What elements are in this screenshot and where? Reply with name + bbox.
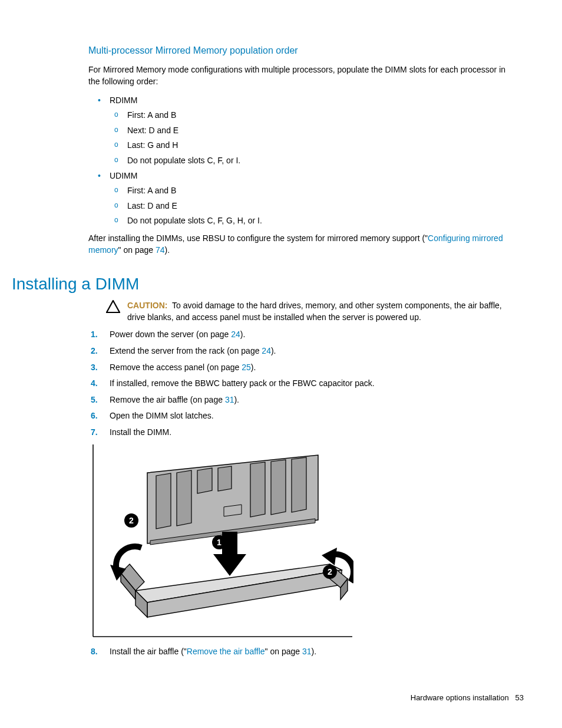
- text: Remove the access panel (on page: [110, 363, 242, 372]
- section-title: Installing a DIMM: [12, 272, 518, 295]
- rdimm-label: RDIMM: [110, 95, 137, 105]
- text: Remove the air baffle (on page: [110, 395, 225, 404]
- text: " on page: [118, 245, 156, 255]
- dimm-module-icon: [147, 455, 318, 545]
- step-7: Install the DIMM.: [88, 427, 518, 439]
- svg-marker-5: [156, 473, 171, 529]
- text: Power down the server (on page: [110, 330, 231, 339]
- caution-body: To avoid damage to the hard drives, memo…: [127, 301, 502, 322]
- list-item: Last: G and H: [110, 140, 518, 151]
- caution-icon: [106, 300, 127, 317]
- svg-marker-20: [322, 548, 337, 565]
- text: ).: [251, 363, 256, 372]
- udimm-sublist: First: A and B Last: D and E Do not popu…: [110, 185, 518, 227]
- text: ).: [312, 647, 317, 656]
- step-1: Power down the server (on page 24).: [88, 329, 518, 341]
- intro-paragraph: For Mirrored Memory mode configurations …: [88, 64, 518, 87]
- udimm-item: UDIMM First: A and B Last: D and E Do no…: [88, 170, 518, 227]
- install-steps: Power down the server (on page 24). Exte…: [88, 329, 518, 438]
- list-item: Do not populate slots C, F, G, H, or I.: [110, 215, 518, 227]
- callout-1-icon: 1: [212, 535, 226, 549]
- after-install-paragraph: After installing the DIMMs, use RBSU to …: [88, 233, 518, 256]
- svg-marker-7: [197, 468, 212, 493]
- rdimm-sublist: First: A and B Next: D and E Last: G and…: [110, 110, 518, 166]
- dimm-install-figure: 1 2 2: [88, 443, 518, 638]
- caution-text: CAUTION: To avoid damage to the hard dri…: [127, 300, 518, 323]
- udimm-label: UDIMM: [110, 171, 137, 180]
- page-footer: Hardware options installation 53: [50, 693, 524, 703]
- footer-text: Hardware options installation: [411, 693, 509, 702]
- rdimm-item: RDIMM First: A and B Next: D and E Last:…: [88, 95, 518, 167]
- text: Extend the server from the rack (on page: [110, 346, 262, 355]
- page-link-31[interactable]: 31: [302, 647, 312, 656]
- list-item: Next: D and E: [110, 125, 518, 137]
- svg-marker-10: [271, 460, 286, 515]
- text: ).: [165, 245, 170, 255]
- install-steps-cont: Install the air baffle ("Remove the air …: [88, 646, 518, 658]
- svg-marker-3: [224, 505, 242, 516]
- text: Install the air baffle (": [110, 647, 187, 656]
- svg-marker-22: [213, 554, 246, 576]
- text: ).: [271, 346, 276, 355]
- footer-page-number: 53: [515, 693, 524, 702]
- step-2: Extend the server from the rack (on page…: [88, 345, 518, 357]
- svg-text:1: 1: [217, 538, 222, 547]
- callout-2-right-icon: 2: [323, 565, 337, 579]
- text: After installing the DIMMs, use RBSU to …: [88, 233, 428, 243]
- svg-text:2: 2: [328, 567, 332, 577]
- svg-text:2: 2: [129, 516, 134, 525]
- text: ).: [234, 395, 239, 404]
- svg-marker-6: [177, 470, 191, 526]
- page-link-25[interactable]: 25: [242, 363, 251, 372]
- page-link-24[interactable]: 24: [262, 346, 271, 355]
- caution-label: CAUTION:: [127, 301, 167, 310]
- caution-block: CAUTION: To avoid damage to the hard dri…: [106, 300, 518, 323]
- page-link-24[interactable]: 24: [231, 330, 240, 339]
- list-item: First: A and B: [110, 110, 518, 121]
- remove-air-baffle-link[interactable]: Remove the air baffle: [187, 647, 265, 656]
- step-4: If installed, remove the BBWC battery pa…: [88, 378, 518, 390]
- text: " on page: [265, 647, 302, 656]
- list-item: First: A and B: [110, 185, 518, 197]
- list-item: Do not populate slots C, F, or I.: [110, 155, 518, 167]
- step-3: Remove the access panel (on page 25).: [88, 362, 518, 374]
- page-link-74[interactable]: 74: [156, 245, 165, 255]
- step-8: Install the air baffle ("Remove the air …: [88, 646, 518, 658]
- step-6: Open the DIMM slot latches.: [88, 410, 518, 422]
- callout-2-left-icon: 2: [124, 513, 138, 528]
- text: ).: [240, 330, 246, 339]
- subheading: Multi-processor Mirrored Memory populati…: [88, 44, 518, 57]
- step-5: Remove the air baffle (on page 31).: [88, 394, 518, 406]
- list-item: Last: D and E: [110, 200, 518, 212]
- population-list: RDIMM First: A and B Next: D and E Last:…: [88, 95, 518, 227]
- svg-marker-9: [250, 462, 265, 517]
- svg-marker-8: [218, 466, 232, 491]
- page-link-31[interactable]: 31: [225, 395, 234, 404]
- svg-marker-11: [292, 457, 306, 512]
